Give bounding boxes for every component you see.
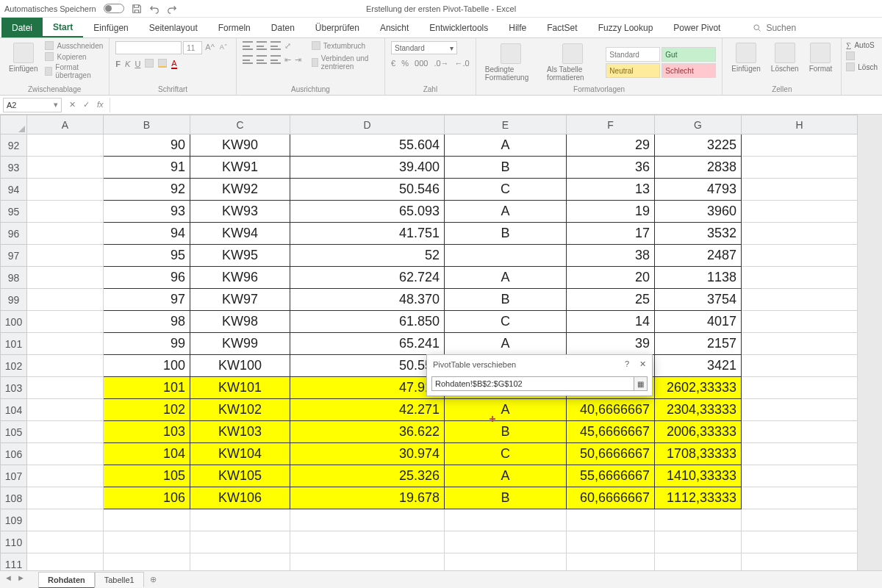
row-header[interactable]: 106 bbox=[1, 443, 27, 465]
align-right-icon[interactable] bbox=[270, 55, 281, 64]
cell[interactable]: KW95 bbox=[190, 245, 290, 267]
align-middle-icon[interactable] bbox=[257, 41, 267, 50]
tab-powerpivot[interactable]: Power Pivot bbox=[663, 18, 731, 37]
select-all-corner[interactable] bbox=[1, 115, 27, 135]
cell[interactable] bbox=[190, 509, 290, 531]
ribbon-search[interactable]: Suchen bbox=[745, 18, 803, 37]
cell[interactable] bbox=[290, 531, 445, 553]
cell[interactable] bbox=[567, 553, 655, 571]
cell[interactable]: 91 bbox=[104, 157, 190, 179]
cell[interactable] bbox=[27, 355, 104, 377]
cut-button[interactable]: Ausschneiden bbox=[45, 41, 103, 50]
cell[interactable]: 3754 bbox=[655, 289, 742, 311]
fx-icon[interactable]: fx bbox=[97, 100, 104, 110]
cell[interactable]: 4017 bbox=[655, 311, 742, 333]
tab-fuzzy[interactable]: Fuzzy Lookup bbox=[588, 18, 664, 37]
cell[interactable]: 25 bbox=[567, 289, 655, 311]
cell[interactable]: 60,6666667 bbox=[567, 487, 655, 509]
cell[interactable]: 3421 bbox=[655, 355, 742, 377]
row-header[interactable]: 93 bbox=[1, 157, 27, 179]
spreadsheet-grid[interactable]: ABCDEFGH 9290KW9055.604A2932259391KW9139… bbox=[0, 115, 882, 570]
cell[interactable]: A bbox=[445, 465, 567, 487]
cell[interactable]: 19 bbox=[567, 201, 655, 223]
cell[interactable] bbox=[742, 201, 858, 223]
cells-delete-button[interactable]: Löschen bbox=[768, 41, 802, 74]
cell[interactable] bbox=[190, 553, 290, 571]
cell[interactable]: 39 bbox=[567, 333, 655, 355]
cell[interactable] bbox=[27, 267, 104, 289]
border-icon[interactable] bbox=[145, 59, 154, 69]
cell[interactable] bbox=[742, 443, 858, 465]
row-header[interactable]: 99 bbox=[1, 289, 27, 311]
tab-ansicht[interactable]: Ansicht bbox=[370, 18, 419, 37]
indent-inc-icon[interactable]: ⇥ bbox=[295, 55, 301, 65]
cell[interactable] bbox=[742, 487, 858, 509]
italic-icon[interactable]: K bbox=[125, 60, 130, 68]
cell[interactable]: 41.751 bbox=[290, 223, 445, 245]
cell[interactable] bbox=[742, 267, 858, 289]
cell[interactable]: A bbox=[445, 267, 567, 289]
cell[interactable]: 2157 bbox=[655, 333, 742, 355]
cell[interactable]: KW99 bbox=[190, 333, 290, 355]
redo-icon[interactable] bbox=[167, 4, 177, 14]
cell[interactable]: 92 bbox=[104, 179, 190, 201]
dialog-range-input[interactable] bbox=[432, 379, 634, 388]
cell[interactable] bbox=[742, 531, 858, 553]
cell[interactable]: 105 bbox=[104, 465, 190, 487]
cell[interactable]: 1708,33333 bbox=[655, 443, 742, 465]
row-header[interactable]: 111 bbox=[1, 553, 27, 571]
cell[interactable]: 17 bbox=[567, 223, 655, 245]
dialog-close-icon[interactable]: ✕ bbox=[639, 359, 646, 369]
row-header[interactable]: 94 bbox=[1, 179, 27, 201]
cell[interactable]: 30.974 bbox=[290, 443, 445, 465]
cell[interactable]: 93 bbox=[104, 201, 190, 223]
cell[interactable]: A bbox=[445, 201, 567, 223]
decrease-font-icon[interactable]: A˅ bbox=[218, 41, 230, 54]
cell[interactable]: B bbox=[445, 487, 567, 509]
cell[interactable] bbox=[445, 509, 567, 531]
col-header-F[interactable]: F bbox=[567, 115, 655, 135]
conditional-formatting-button[interactable]: Bedingte Formatierung bbox=[482, 42, 539, 83]
cell[interactable]: 61.850 bbox=[290, 311, 445, 333]
cell[interactable] bbox=[742, 157, 858, 179]
align-left-icon[interactable] bbox=[243, 55, 253, 64]
cell[interactable]: 2487 bbox=[655, 245, 742, 267]
cell[interactable]: 38 bbox=[567, 245, 655, 267]
fill-button[interactable] bbox=[846, 51, 878, 60]
cell[interactable]: 4793 bbox=[655, 179, 742, 201]
sheet-nav-prev-icon[interactable]: ◄ bbox=[4, 573, 12, 582]
cell[interactable]: A bbox=[445, 135, 567, 157]
cell[interactable] bbox=[27, 201, 104, 223]
cell[interactable]: KW102 bbox=[190, 399, 290, 421]
tab-file[interactable]: Datei bbox=[1, 18, 43, 37]
accept-formula-icon[interactable]: ✓ bbox=[83, 100, 90, 110]
cell[interactable] bbox=[742, 465, 858, 487]
cell[interactable]: KW91 bbox=[190, 157, 290, 179]
cell[interactable]: 96 bbox=[104, 267, 190, 289]
cell[interactable] bbox=[104, 553, 190, 571]
cell[interactable]: KW97 bbox=[190, 289, 290, 311]
style-gut[interactable]: Gut bbox=[662, 47, 716, 62]
bold-icon[interactable]: F bbox=[115, 60, 121, 68]
cell[interactable]: KW98 bbox=[190, 311, 290, 333]
style-standard[interactable]: Standard bbox=[606, 47, 660, 62]
dialog-help-icon[interactable]: ? bbox=[625, 359, 629, 369]
cell[interactable] bbox=[655, 509, 742, 531]
font-family-combo[interactable] bbox=[115, 41, 182, 54]
row-header[interactable]: 107 bbox=[1, 465, 27, 487]
cell[interactable] bbox=[104, 531, 190, 553]
cell[interactable]: B bbox=[445, 157, 567, 179]
cell[interactable]: KW96 bbox=[190, 267, 290, 289]
cell[interactable] bbox=[27, 531, 104, 553]
cell[interactable] bbox=[27, 443, 104, 465]
range-picker-icon[interactable]: ▦ bbox=[634, 377, 647, 390]
cell[interactable] bbox=[567, 509, 655, 531]
cell[interactable] bbox=[567, 531, 655, 553]
cell[interactable] bbox=[742, 333, 858, 355]
save-icon[interactable] bbox=[132, 4, 142, 14]
cell[interactable] bbox=[290, 509, 445, 531]
cell[interactable] bbox=[27, 135, 104, 157]
merge-center-button[interactable]: Verbinden und zentrieren bbox=[312, 54, 379, 71]
cell[interactable]: 36.622 bbox=[290, 421, 445, 443]
tab-daten[interactable]: Daten bbox=[261, 18, 305, 37]
